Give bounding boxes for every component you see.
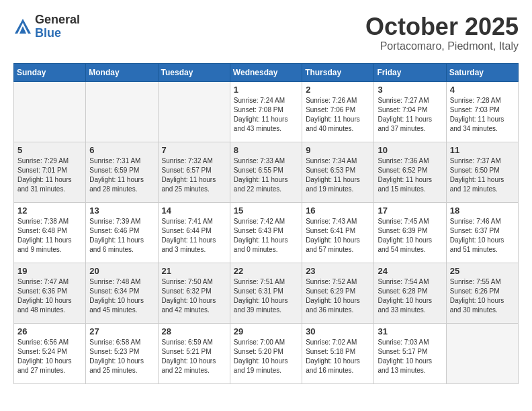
day-number: 31 (378, 326, 442, 336)
day-info: Sunrise: 7:03 AM Sunset: 5:17 PM Dayligh… (378, 338, 442, 375)
calendar-cell: 15Sunrise: 7:42 AM Sunset: 6:43 PM Dayli… (230, 202, 302, 263)
day-info: Sunrise: 7:50 AM Sunset: 6:32 PM Dayligh… (162, 277, 226, 315)
day-number: 5 (17, 145, 82, 155)
day-number: 6 (89, 145, 154, 155)
day-number: 2 (306, 85, 370, 95)
day-number: 4 (450, 85, 515, 95)
day-number: 17 (378, 205, 442, 216)
calendar-cell: 22Sunrise: 7:51 AM Sunset: 6:31 PM Dayli… (230, 263, 302, 323)
day-number: 20 (89, 266, 154, 276)
day-info: Sunrise: 7:37 AM Sunset: 6:50 PM Dayligh… (450, 156, 515, 194)
calendar-header-sunday: Sunday (14, 63, 86, 81)
calendar-cell: 27Sunrise: 6:58 AM Sunset: 5:23 PM Dayli… (86, 323, 158, 383)
day-info: Sunrise: 7:39 AM Sunset: 6:46 PM Dayligh… (89, 217, 154, 255)
day-info: Sunrise: 7:27 AM Sunset: 7:04 PM Dayligh… (378, 96, 442, 134)
day-number: 30 (306, 326, 370, 336)
logo: General Blue (13, 13, 80, 40)
day-info: Sunrise: 7:46 AM Sunset: 6:37 PM Dayligh… (450, 217, 515, 255)
day-info: Sunrise: 7:32 AM Sunset: 6:57 PM Dayligh… (162, 156, 226, 194)
calendar-cell: 1Sunrise: 7:24 AM Sunset: 7:08 PM Daylig… (230, 81, 302, 142)
day-info: Sunrise: 7:54 AM Sunset: 6:28 PM Dayligh… (378, 277, 442, 315)
calendar-header-friday: Friday (374, 63, 446, 81)
day-info: Sunrise: 7:38 AM Sunset: 6:48 PM Dayligh… (17, 217, 82, 255)
month-title: October 2025 (365, 13, 519, 40)
calendar-cell: 26Sunrise: 6:56 AM Sunset: 5:24 PM Dayli… (14, 323, 86, 383)
day-info: Sunrise: 7:31 AM Sunset: 6:59 PM Dayligh… (89, 156, 154, 194)
day-info: Sunrise: 7:43 AM Sunset: 6:41 PM Dayligh… (306, 217, 370, 255)
calendar-cell: 16Sunrise: 7:43 AM Sunset: 6:41 PM Dayli… (302, 202, 374, 263)
day-info: Sunrise: 7:51 AM Sunset: 6:31 PM Dayligh… (234, 277, 298, 315)
logo-blue-text: Blue (35, 27, 80, 40)
calendar-cell: 28Sunrise: 6:59 AM Sunset: 5:21 PM Dayli… (158, 323, 230, 383)
calendar-cell: 6Sunrise: 7:31 AM Sunset: 6:59 PM Daylig… (86, 142, 158, 202)
day-info: Sunrise: 7:00 AM Sunset: 5:20 PM Dayligh… (234, 338, 298, 375)
calendar-cell: 21Sunrise: 7:50 AM Sunset: 6:32 PM Dayli… (158, 263, 230, 323)
calendar-week-0: 1Sunrise: 7:24 AM Sunset: 7:08 PM Daylig… (14, 81, 519, 142)
calendar-cell: 4Sunrise: 7:28 AM Sunset: 7:03 PM Daylig… (446, 81, 518, 142)
day-info: Sunrise: 7:45 AM Sunset: 6:39 PM Dayligh… (378, 217, 442, 255)
day-info: Sunrise: 7:41 AM Sunset: 6:44 PM Dayligh… (162, 217, 226, 255)
day-info: Sunrise: 6:58 AM Sunset: 5:23 PM Dayligh… (89, 338, 154, 375)
day-info: Sunrise: 7:48 AM Sunset: 6:34 PM Dayligh… (89, 277, 154, 315)
day-info: Sunrise: 7:42 AM Sunset: 6:43 PM Dayligh… (234, 217, 298, 255)
calendar-cell: 3Sunrise: 7:27 AM Sunset: 7:04 PM Daylig… (374, 81, 446, 142)
day-number: 26 (17, 326, 82, 336)
calendar-cell: 18Sunrise: 7:46 AM Sunset: 6:37 PM Dayli… (446, 202, 518, 263)
day-number: 11 (450, 145, 515, 155)
location-text: Portacomaro, Piedmont, Italy (365, 40, 519, 52)
calendar-cell (158, 81, 230, 142)
title-section: October 2025 Portacomaro, Piedmont, Ital… (365, 13, 519, 52)
calendar-cell: 31Sunrise: 7:03 AM Sunset: 5:17 PM Dayli… (374, 323, 446, 383)
calendar-header-row: SundayMondayTuesdayWednesdayThursdayFrid… (14, 63, 519, 81)
calendar-header-saturday: Saturday (446, 63, 518, 81)
calendar-cell (446, 323, 518, 383)
day-info: Sunrise: 7:34 AM Sunset: 6:53 PM Dayligh… (306, 156, 370, 194)
calendar-cell: 20Sunrise: 7:48 AM Sunset: 6:34 PM Dayli… (86, 263, 158, 323)
day-number: 23 (306, 266, 370, 276)
day-number: 24 (378, 266, 442, 276)
day-info: Sunrise: 6:59 AM Sunset: 5:21 PM Dayligh… (162, 338, 226, 375)
day-number: 8 (234, 145, 298, 155)
calendar-cell: 12Sunrise: 7:38 AM Sunset: 6:48 PM Dayli… (14, 202, 86, 263)
calendar-header-thursday: Thursday (302, 63, 374, 81)
day-number: 10 (378, 145, 442, 155)
day-number: 13 (89, 205, 154, 216)
day-number: 25 (450, 266, 515, 276)
calendar-cell: 17Sunrise: 7:45 AM Sunset: 6:39 PM Dayli… (374, 202, 446, 263)
day-number: 29 (234, 326, 298, 336)
day-number: 19 (17, 266, 82, 276)
day-info: Sunrise: 7:02 AM Sunset: 5:18 PM Dayligh… (306, 338, 370, 375)
calendar-week-4: 26Sunrise: 6:56 AM Sunset: 5:24 PM Dayli… (14, 323, 519, 383)
day-number: 15 (234, 205, 298, 216)
day-number: 27 (89, 326, 154, 336)
logo-icon (13, 17, 32, 36)
day-info: Sunrise: 6:56 AM Sunset: 5:24 PM Dayligh… (17, 338, 82, 375)
day-info: Sunrise: 7:55 AM Sunset: 6:26 PM Dayligh… (450, 277, 515, 315)
calendar-week-3: 19Sunrise: 7:47 AM Sunset: 6:36 PM Dayli… (14, 263, 519, 323)
calendar-cell: 2Sunrise: 7:26 AM Sunset: 7:06 PM Daylig… (302, 81, 374, 142)
day-number: 16 (306, 205, 370, 216)
day-info: Sunrise: 7:24 AM Sunset: 7:08 PM Dayligh… (234, 96, 298, 134)
day-number: 21 (162, 266, 226, 276)
calendar-cell (14, 81, 86, 142)
day-number: 3 (378, 85, 442, 95)
day-info: Sunrise: 7:47 AM Sunset: 6:36 PM Dayligh… (17, 277, 82, 315)
logo-text: General Blue (35, 13, 80, 40)
calendar-cell: 7Sunrise: 7:32 AM Sunset: 6:57 PM Daylig… (158, 142, 230, 202)
calendar-cell: 13Sunrise: 7:39 AM Sunset: 6:46 PM Dayli… (86, 202, 158, 263)
calendar-cell (86, 81, 158, 142)
calendar-cell: 8Sunrise: 7:33 AM Sunset: 6:55 PM Daylig… (230, 142, 302, 202)
calendar-cell: 30Sunrise: 7:02 AM Sunset: 5:18 PM Dayli… (302, 323, 374, 383)
calendar-table: SundayMondayTuesdayWednesdayThursdayFrid… (13, 63, 519, 384)
day-info: Sunrise: 7:33 AM Sunset: 6:55 PM Dayligh… (234, 156, 298, 194)
calendar-header-monday: Monday (86, 63, 158, 81)
day-number: 9 (306, 145, 370, 155)
day-info: Sunrise: 7:26 AM Sunset: 7:06 PM Dayligh… (306, 96, 370, 134)
day-info: Sunrise: 7:28 AM Sunset: 7:03 PM Dayligh… (450, 96, 515, 134)
calendar-cell: 9Sunrise: 7:34 AM Sunset: 6:53 PM Daylig… (302, 142, 374, 202)
day-number: 12 (17, 205, 82, 216)
day-info: Sunrise: 7:52 AM Sunset: 6:29 PM Dayligh… (306, 277, 370, 315)
calendar-week-1: 5Sunrise: 7:29 AM Sunset: 7:01 PM Daylig… (14, 142, 519, 202)
calendar-cell: 5Sunrise: 7:29 AM Sunset: 7:01 PM Daylig… (14, 142, 86, 202)
calendar-cell: 24Sunrise: 7:54 AM Sunset: 6:28 PM Dayli… (374, 263, 446, 323)
